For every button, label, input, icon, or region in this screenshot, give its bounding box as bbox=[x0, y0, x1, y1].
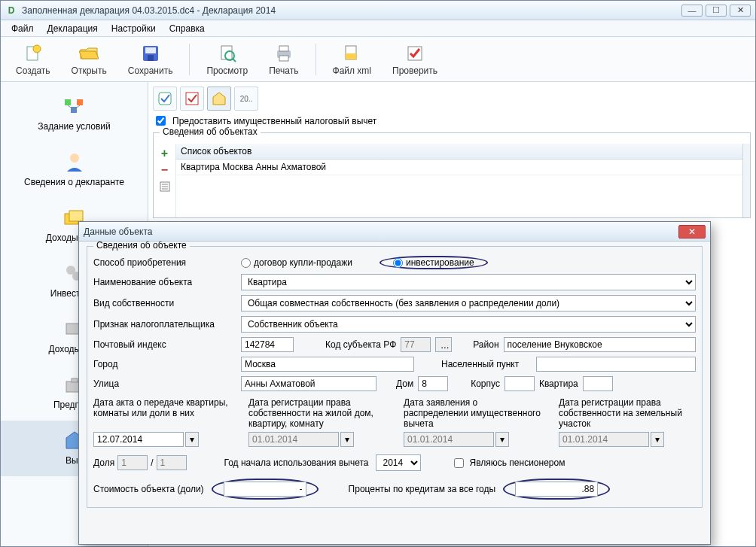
person-icon bbox=[4, 150, 145, 174]
toolbar-preview[interactable]: Просмотр bbox=[199, 41, 255, 77]
region-browse-button[interactable]: ... bbox=[435, 337, 452, 352]
date3-input bbox=[404, 432, 494, 447]
svg-point-21 bbox=[70, 153, 79, 163]
district-input[interactable] bbox=[504, 337, 696, 352]
date4-picker-button[interactable]: ▾ bbox=[651, 432, 664, 447]
svg-marker-3 bbox=[79, 51, 99, 59]
date2-input bbox=[248, 432, 339, 447]
mini-tab-20[interactable]: 20.. bbox=[234, 87, 258, 111]
dialog-close-button[interactable]: ✕ bbox=[678, 225, 706, 239]
sidebar-item-conditions[interactable]: Задание условий bbox=[1, 87, 148, 142]
folder-open-icon bbox=[78, 43, 99, 64]
date4-label: Дата регистрации права собственности на … bbox=[559, 397, 696, 429]
street-input[interactable] bbox=[241, 376, 376, 391]
remove-object-button[interactable]: − bbox=[158, 163, 172, 177]
svg-marker-32 bbox=[213, 93, 225, 105]
svg-rect-5 bbox=[145, 47, 156, 53]
check-icon bbox=[404, 43, 425, 64]
zip-label: Почтовый индекс bbox=[93, 339, 236, 350]
add-object-button[interactable]: + bbox=[158, 147, 172, 160]
date1-input[interactable] bbox=[93, 432, 184, 447]
printer-icon bbox=[273, 43, 294, 64]
own-label: Вид собственности bbox=[93, 298, 236, 308]
svg-point-1 bbox=[33, 45, 41, 53]
name-select[interactable]: Квартира bbox=[241, 274, 696, 290]
mini-tab-property[interactable] bbox=[207, 87, 231, 111]
share-label: Доля bbox=[93, 457, 114, 468]
menu-declaration[interactable]: Декларация bbox=[41, 22, 104, 35]
mini-tab-social[interactable] bbox=[180, 87, 204, 111]
objects-list-header: Список объектов bbox=[176, 144, 742, 160]
mode-radio-sale[interactable]: договор купли-продажи bbox=[241, 257, 352, 268]
own-select[interactable]: Общая совместная собственность (без заяв… bbox=[241, 295, 696, 311]
svg-rect-30 bbox=[159, 93, 171, 105]
preview-icon bbox=[217, 43, 238, 64]
building-label: Корпус bbox=[471, 378, 500, 389]
building-input[interactable] bbox=[505, 376, 535, 391]
locality-input[interactable] bbox=[536, 357, 696, 372]
region-label: Код субъекта РФ bbox=[325, 339, 396, 350]
pension-checkbox[interactable]: Являюсь пенсионером bbox=[451, 456, 565, 470]
conditions-icon bbox=[4, 94, 145, 118]
svg-rect-17 bbox=[77, 99, 83, 105]
svg-rect-31 bbox=[186, 93, 198, 105]
flat-input[interactable] bbox=[583, 376, 613, 391]
edit-object-button[interactable] bbox=[158, 180, 172, 193]
share-sep: / bbox=[151, 457, 153, 468]
menu-help[interactable]: Справка bbox=[163, 22, 211, 35]
toolbar-check[interactable]: Проверить bbox=[385, 41, 445, 77]
date2-picker-button[interactable]: ▾ bbox=[340, 432, 354, 447]
menu-settings[interactable]: Настройки bbox=[105, 22, 162, 35]
toolbar-print[interactable]: Печать bbox=[261, 41, 306, 77]
toolbar-create[interactable]: Создать bbox=[8, 41, 58, 77]
dialog-group-label: Сведения об объекте bbox=[93, 242, 190, 251]
flat-label: Квартира bbox=[539, 378, 578, 389]
district-label: Район bbox=[473, 339, 498, 350]
svg-rect-28 bbox=[72, 378, 78, 382]
svg-rect-23 bbox=[69, 211, 83, 221]
date1-label: Дата акта о передаче квартиры, комнаты и… bbox=[93, 397, 230, 429]
minimize-button[interactable]: — bbox=[681, 5, 703, 17]
window-title: Заполненная декларация 04.03.2015.dc4 - … bbox=[22, 5, 681, 16]
city-input[interactable] bbox=[241, 357, 414, 372]
svg-rect-16 bbox=[65, 99, 71, 105]
maximize-button[interactable]: ☐ bbox=[706, 5, 727, 17]
date4-input bbox=[559, 432, 649, 447]
year-select[interactable]: 2014 bbox=[376, 454, 421, 471]
sidebar-item-declarant[interactable]: Сведения о декларанте bbox=[1, 142, 148, 198]
date2-label: Дата регистрации права собственности на … bbox=[248, 397, 386, 429]
menu-file[interactable]: Файл bbox=[5, 22, 40, 35]
objects-group-label: Сведения об объектах bbox=[160, 126, 261, 137]
sidebar-item-label: Задание условий bbox=[4, 121, 145, 132]
toolbar-open[interactable]: Открыть bbox=[64, 41, 114, 77]
date3-picker-button[interactable]: ▾ bbox=[495, 432, 509, 447]
mode-radio-invest[interactable]: инвестирование bbox=[393, 257, 474, 268]
house-label: Дом bbox=[396, 378, 413, 389]
deduction-checkbox[interactable] bbox=[156, 116, 166, 126]
share-den-input bbox=[157, 455, 187, 470]
deduction-checkbox-label: Предоставить имущественный налоговый выч… bbox=[172, 116, 376, 126]
region-input bbox=[401, 337, 431, 352]
svg-line-9 bbox=[233, 59, 236, 62]
interest-input[interactable] bbox=[515, 482, 598, 497]
cost-label: Стоимость объекта (доли) bbox=[93, 484, 204, 494]
cost-input[interactable] bbox=[224, 482, 306, 497]
objects-list-row[interactable]: Квартира Москва Анны Ахматовой bbox=[176, 160, 742, 175]
svg-rect-14 bbox=[346, 53, 356, 59]
date1-picker-button[interactable]: ▾ bbox=[185, 432, 199, 447]
xml-file-icon bbox=[341, 43, 362, 64]
mode-label: Способ приобретения bbox=[93, 257, 236, 268]
dialog-title: Данные объекта bbox=[84, 226, 678, 237]
toolbar-save[interactable]: Сохранить bbox=[120, 41, 181, 77]
year-label: Год начала использования вычета bbox=[224, 457, 369, 468]
app-icon: D bbox=[5, 5, 17, 17]
toolbar-xml[interactable]: Файл xml bbox=[325, 41, 380, 77]
share-num-input bbox=[117, 455, 148, 470]
locality-label: Населенный пункт bbox=[441, 359, 532, 369]
close-button[interactable]: ✕ bbox=[730, 5, 751, 17]
house-input[interactable] bbox=[418, 376, 448, 391]
zip-input[interactable] bbox=[241, 337, 294, 352]
mini-tab-standard[interactable] bbox=[153, 87, 177, 111]
taxpayer-select[interactable]: Собственник объекта bbox=[241, 316, 696, 333]
taxpayer-label: Признак налогоплательщика bbox=[93, 319, 236, 330]
